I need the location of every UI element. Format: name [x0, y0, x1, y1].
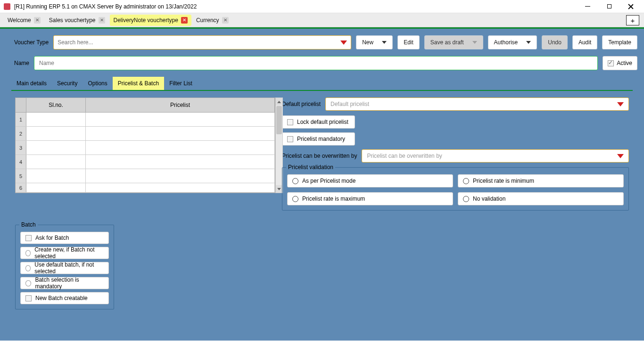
scroll-down-button[interactable] — [276, 185, 282, 193]
voucher-type-label: Voucher Type — [7, 39, 49, 46]
save-draft-button[interactable]: Save as draft — [424, 35, 483, 49]
default-pricelist-label: Default pricelist — [282, 101, 321, 107]
close-icon[interactable]: ✕ — [222, 17, 229, 24]
radio-icon — [292, 178, 298, 184]
radio-icon — [25, 250, 31, 256]
scroll-up-button[interactable] — [276, 98, 282, 106]
table-row[interactable]: 2 — [16, 127, 275, 141]
batch-ask-for-batch[interactable]: Ask for Batch — [20, 232, 109, 244]
tab-currency[interactable]: Currency ✕ — [192, 15, 232, 26]
subtab-pricelist-batch[interactable]: Pricelist & Batch — [113, 77, 164, 90]
table-row[interactable]: 3 — [16, 141, 275, 155]
radio-rate-maximum[interactable]: Pricelist rate is maximum — [287, 192, 453, 205]
scroll-thumb[interactable] — [276, 106, 282, 134]
cell-slno[interactable] — [26, 183, 86, 192]
tab-welcome[interactable]: Welcome ✕ — [4, 15, 44, 26]
close-icon[interactable]: ✕ — [181, 17, 188, 24]
tab-sales-vouchertype[interactable]: Sales vouchertype ✕ — [45, 15, 109, 26]
cell-pricelist[interactable] — [86, 169, 275, 183]
button-label: Save as draft — [430, 39, 464, 46]
validation-options: As per Pricelist mode Pricelist rate is … — [287, 174, 624, 205]
window-controls — [581, 2, 637, 11]
batch-new-creatable[interactable]: New Batch creatable — [20, 292, 109, 304]
window-title: [R1] Running ERP 5.1 on CMAX Server By a… — [14, 3, 581, 10]
search-input[interactable] — [58, 39, 338, 46]
radio-icon — [292, 196, 298, 202]
table-row[interactable]: 1 — [16, 113, 275, 127]
row-number: 2 — [16, 127, 26, 140]
edit-button[interactable]: Edit — [397, 35, 420, 49]
active-label: Active — [617, 60, 632, 66]
template-button[interactable]: Template — [602, 35, 637, 49]
audit-button[interactable]: Audit — [572, 35, 597, 49]
tab-deliverynote-vouchertype[interactable]: DeliveryNote vouchertype ✕ — [110, 15, 191, 26]
fieldset-legend: Pricelist validation — [286, 164, 335, 170]
radio-as-per-pricelist-mode[interactable]: As per Pricelist mode — [287, 174, 453, 187]
subtab-main-details[interactable]: Main details — [11, 77, 52, 90]
radio-no-validation[interactable]: No validation — [458, 192, 624, 205]
tab-label: Welcome — [8, 17, 31, 24]
table-row[interactable]: 5 — [16, 169, 275, 183]
batch-selection-mandatory[interactable]: Batch selection is mandatory — [20, 277, 109, 289]
radio-label: Pricelist rate is maximum — [302, 195, 365, 202]
table-row[interactable]: 4 — [16, 155, 275, 169]
chevron-down-icon — [472, 41, 477, 44]
select-placeholder: Pricelist can be overwritten by — [367, 153, 614, 159]
checkbox[interactable] — [287, 136, 293, 142]
batch-create-new[interactable]: Create new, if Batch not selected — [20, 247, 109, 259]
lock-default-pricelist-checkbox[interactable]: Lock default pricelist — [282, 115, 355, 129]
subtab-options[interactable]: Options — [83, 77, 112, 90]
radio-rate-minimum[interactable]: Pricelist rate is minimum — [458, 174, 624, 187]
close-icon[interactable]: ✕ — [34, 17, 41, 24]
tab-label: Sales vouchertype — [49, 17, 96, 24]
grid-body: 1 2 3 4 5 6 — [16, 113, 275, 193]
option-label: Create new, if Batch not selected — [34, 246, 104, 260]
checkbox[interactable] — [287, 119, 293, 125]
cell-slno[interactable] — [26, 141, 86, 154]
button-label: New — [362, 39, 373, 46]
pricelist-grid: Sl.no. Pricelist 1 2 3 4 5 6 — [15, 97, 275, 193]
table-row[interactable]: 6 — [16, 183, 275, 193]
subtab-security[interactable]: Security — [52, 77, 83, 90]
maximize-button[interactable] — [603, 2, 616, 11]
name-row: Name Active — [7, 56, 637, 70]
cell-pricelist[interactable] — [86, 127, 275, 140]
voucher-type-search[interactable] — [53, 35, 351, 49]
default-pricelist-select[interactable]: Default pricelist — [325, 97, 629, 111]
active-checkbox[interactable] — [608, 60, 614, 66]
grid-corner — [16, 98, 26, 112]
cell-pricelist[interactable] — [86, 183, 275, 192]
radio-label: As per Pricelist mode — [302, 178, 355, 184]
radio-icon — [463, 196, 469, 202]
close-button[interactable] — [624, 2, 637, 11]
subtab-filter-list[interactable]: Filter List — [164, 77, 198, 90]
dropdown-icon[interactable] — [617, 154, 624, 158]
cell-pricelist[interactable] — [86, 113, 275, 126]
checkbox-label: Lock default pricelist — [297, 119, 348, 125]
checkbox[interactable] — [25, 295, 32, 301]
minimize-button[interactable] — [581, 2, 594, 11]
new-button[interactable]: New — [356, 35, 393, 49]
authorise-button[interactable]: Authorise — [488, 35, 537, 49]
cell-slno[interactable] — [26, 169, 86, 183]
cell-pricelist[interactable] — [86, 155, 275, 169]
batch-fieldset: Batch Ask for Batch Create new, if Batch… — [15, 225, 114, 309]
pricelist-mandatory-checkbox[interactable]: Pricelist mandatory — [282, 132, 355, 146]
dropdown-icon[interactable] — [617, 102, 624, 106]
batch-use-default[interactable]: Use default batch, if not selected — [20, 262, 109, 274]
dropdown-icon[interactable] — [340, 41, 347, 45]
name-input[interactable] — [34, 56, 598, 70]
document-tabs: Welcome ✕ Sales vouchertype ✕ DeliveryNo… — [0, 13, 644, 27]
active-checkbox-wrap[interactable]: Active — [603, 56, 637, 70]
cell-slno[interactable] — [26, 127, 86, 140]
overwrite-select[interactable]: Pricelist can be overwritten by — [362, 149, 629, 162]
undo-button[interactable]: Undo — [542, 35, 568, 49]
select-placeholder: Default pricelist — [330, 101, 614, 107]
close-icon[interactable]: ✕ — [99, 17, 105, 24]
add-tab-button[interactable]: + — [626, 15, 639, 25]
checkbox[interactable] — [25, 235, 32, 241]
cell-slno[interactable] — [26, 113, 86, 126]
name-label: Name — [7, 60, 29, 66]
cell-slno[interactable] — [26, 155, 86, 169]
cell-pricelist[interactable] — [86, 141, 275, 154]
